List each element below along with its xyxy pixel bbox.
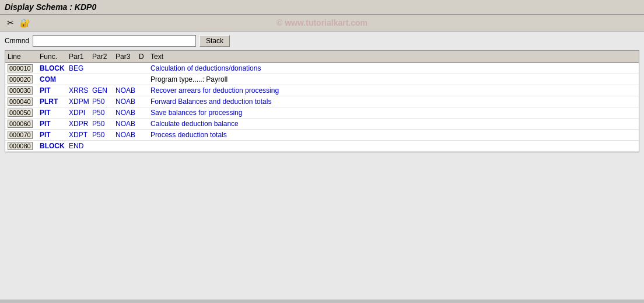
cell-par1: XDPR: [68, 119, 91, 128]
cell-func: COM: [38, 75, 68, 84]
cell-par1: XDPM: [68, 97, 91, 106]
cell-par1: XDPT: [68, 130, 91, 140]
cell-par2: P50: [91, 97, 114, 106]
cell-par2: P50: [91, 119, 114, 128]
cell-line: 000080: [6, 141, 38, 151]
cell-d: [138, 97, 149, 106]
cell-line: 000030: [6, 86, 38, 95]
cell-par1: XDPI: [68, 108, 91, 117]
table-row[interactable]: 000060PITXDPRP50NOABCalculate deduction …: [5, 119, 639, 130]
cell-text: Recover arrears for deduction processing: [149, 86, 638, 95]
cell-line: 000050: [6, 108, 38, 117]
table-row[interactable]: 000020COMProgram type.....: Payroll: [5, 74, 639, 85]
cell-d: [138, 64, 149, 73]
command-input[interactable]: [33, 35, 196, 47]
cell-par2: P50: [91, 130, 114, 140]
scissors-icon[interactable]: ✂: [5, 17, 16, 29]
page-title: Display Schema : KDP0: [5, 2, 96, 12]
table-row[interactable]: 000080BLOCKEND: [5, 141, 639, 152]
cell-d: [138, 75, 149, 84]
table-row[interactable]: 000010BLOCKBEGCalculation of deductions/…: [5, 63, 639, 74]
schema-table: Line Func. Par1 Par2 Par3 D Text 000010B…: [5, 50, 639, 152]
cell-par1: BEG: [68, 64, 91, 73]
cell-text: Forward Balances and deduction totals: [149, 97, 638, 106]
cell-func: BLOCK: [38, 64, 68, 73]
command-label: Cmmnd: [5, 37, 29, 45]
col-d: D: [138, 52, 149, 61]
cell-line: 000060: [6, 119, 38, 128]
col-par2: Par2: [91, 52, 114, 61]
watermark: © www.tutorialkart.com: [276, 18, 368, 27]
cell-text: Process deduction totals: [149, 130, 638, 140]
cell-line: 000020: [6, 75, 38, 84]
main-content: Cmmnd Stack Line Func. Par1 Par2 Par3 D …: [0, 32, 644, 299]
cell-par1: XRRS: [68, 86, 91, 95]
cell-func: PLRT: [38, 97, 68, 106]
col-line: Line: [6, 52, 38, 61]
col-par1: Par1: [68, 52, 91, 61]
cell-par3: NOAB: [114, 119, 138, 128]
table-row[interactable]: 000040PLRTXDPMP50NOABForward Balances an…: [5, 96, 639, 107]
cell-text: Program type.....: Payroll: [149, 75, 638, 84]
cell-text: Calculation of deductions/donations: [149, 64, 638, 73]
cell-par1: [68, 75, 91, 84]
cell-func: PIT: [38, 108, 68, 117]
table-row[interactable]: 000070PITXDPTP50NOABProcess deduction to…: [5, 130, 639, 141]
cell-d: [138, 141, 149, 151]
cell-func: PIT: [38, 119, 68, 128]
cell-d: [138, 119, 149, 128]
table-body: 000010BLOCKBEGCalculation of deductions/…: [5, 63, 639, 152]
cell-line: 000040: [6, 97, 38, 106]
cell-d: [138, 130, 149, 140]
cell-par2: GEN: [91, 86, 114, 95]
col-par3: Par3: [114, 52, 138, 61]
cell-par2: [91, 75, 114, 84]
cell-text: Calculate deduction balance: [149, 119, 638, 128]
table-row[interactable]: 000030PITXRRSGENNOABRecover arrears for …: [5, 85, 639, 96]
cell-par3: NOAB: [114, 108, 138, 117]
cell-par3: [114, 75, 138, 84]
cell-par3: NOAB: [114, 97, 138, 106]
cell-func: PIT: [38, 130, 68, 140]
cell-func: BLOCK: [38, 141, 68, 151]
cell-text: Save balances for processing: [149, 108, 638, 117]
toolbar: ✂ 🔐 © www.tutorialkart.com: [0, 15, 644, 32]
col-text: Text: [149, 52, 638, 61]
cell-line: 000070: [6, 130, 38, 140]
title-bar: Display Schema : KDP0: [0, 0, 644, 15]
table-row[interactable]: 000050PITXDPIP50NOABSave balances for pr…: [5, 107, 639, 119]
col-func: Func.: [38, 52, 68, 61]
cell-line: 000010: [6, 64, 38, 73]
table-header: Line Func. Par1 Par2 Par3 D Text: [5, 51, 639, 63]
cell-par2: [91, 64, 114, 73]
stack-button[interactable]: Stack: [200, 35, 230, 47]
cell-par3: NOAB: [114, 130, 138, 140]
cell-par3: NOAB: [114, 86, 138, 95]
cell-d: [138, 86, 149, 95]
cell-par2: [91, 141, 114, 151]
cell-par3: [114, 64, 138, 73]
cell-d: [138, 108, 149, 117]
lock-icon[interactable]: 🔐: [19, 17, 30, 29]
cell-par1: END: [68, 141, 91, 151]
cell-par3: [114, 141, 138, 151]
cell-par2: P50: [91, 108, 114, 117]
cell-func: PIT: [38, 86, 68, 95]
cell-text: [149, 141, 638, 151]
command-bar: Cmmnd Stack: [5, 35, 639, 47]
